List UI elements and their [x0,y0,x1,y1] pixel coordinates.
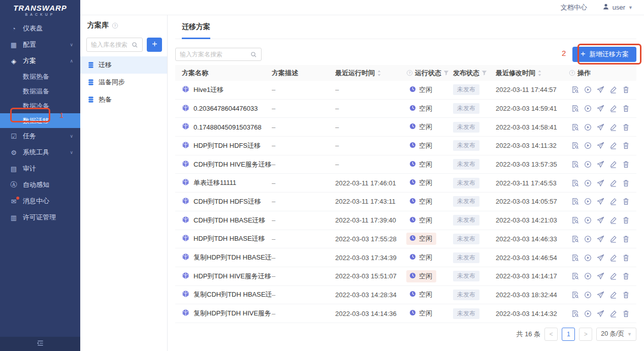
more-icon[interactable] [632,235,636,243]
more-icon[interactable] [632,310,636,317]
view-detail-icon[interactable] [569,254,582,262]
plan-name-link[interactable]: 复制HDP到TDH HIVE服务... [194,309,272,318]
delete-icon[interactable] [620,161,632,168]
sidebar-item-3[interactable]: 数据热备 [0,69,80,84]
more-icon[interactable] [632,105,636,112]
publish-icon[interactable] [594,216,607,224]
publish-icon[interactable] [594,291,607,299]
view-detail-icon[interactable] [569,198,582,205]
run-icon[interactable] [582,216,594,224]
page-size-select[interactable]: 20 条/页 ▼ [596,328,636,341]
plan-name-link[interactable]: CDH到TDH HBASE迁移 [194,216,266,225]
tab-migration-plan[interactable]: 迁移方案 [182,22,210,39]
delete-icon[interactable] [620,105,632,112]
view-detail-icon[interactable] [569,291,582,299]
plan-name-link[interactable]: Hive1迁移 [194,85,223,94]
edit-icon[interactable] [607,86,620,93]
search-icon[interactable] [132,42,138,48]
delete-icon[interactable] [620,179,632,187]
sidebar-item-9[interactable]: ▤审计 [0,161,80,177]
delete-icon[interactable] [620,198,632,205]
edit-icon[interactable] [607,272,620,280]
filter-icon[interactable] [443,70,449,76]
library-item-2[interactable]: 热备 [80,91,167,108]
edit-icon[interactable] [607,310,620,317]
sidebar-item-8[interactable]: ⚙系统工具∨ [0,144,80,161]
edit-icon[interactable] [607,123,620,131]
filter-icon[interactable] [481,70,487,76]
edit-icon[interactable] [607,105,620,112]
plan-name-link[interactable]: CDH到TDH HIVE服务迁移 [194,160,272,169]
run-icon[interactable] [582,105,594,112]
plan-name-link[interactable]: 0.2036478604476033 [194,105,258,112]
publish-icon[interactable] [594,235,607,243]
run-icon[interactable] [582,235,594,243]
run-icon[interactable] [582,142,594,149]
view-detail-icon[interactable] [569,105,582,112]
run-icon[interactable] [582,179,594,187]
plan-name-link[interactable]: 复制HDP到TDH HBASE迁移 [194,253,272,262]
publish-icon[interactable] [594,161,607,168]
publish-icon[interactable] [594,179,607,187]
plan-name-link[interactable]: HDP到TDH HBASE迁移 [194,234,265,243]
library-search-input[interactable] [91,41,132,48]
sidebar-item-5[interactable]: 数据冷备 [0,99,80,113]
library-item-1[interactable]: 温备同步 [80,74,167,91]
publish-icon[interactable] [594,198,607,205]
page-1-button[interactable]: 1 [562,328,575,341]
view-detail-icon[interactable] [569,216,582,224]
sidebar-item-1[interactable]: ▦配置∨ [0,37,80,53]
sidebar-item-6[interactable]: 数据迁移 [0,113,80,128]
more-icon[interactable] [632,216,636,224]
run-icon[interactable] [582,123,594,131]
publish-icon[interactable] [594,310,607,317]
sidebar-item-4[interactable]: 数据温备 [0,84,80,99]
user-menu[interactable]: user ▼ [602,3,633,12]
view-detail-icon[interactable] [569,179,582,187]
run-icon[interactable] [582,254,594,262]
view-detail-icon[interactable] [569,235,582,243]
delete-icon[interactable] [620,272,632,280]
edit-icon[interactable] [607,235,620,243]
delete-icon[interactable] [620,123,632,131]
more-icon[interactable] [632,142,636,149]
sidebar-item-7[interactable]: ☑任务∨ [0,128,80,144]
search-icon[interactable] [250,51,257,58]
plan-search-input[interactable] [180,51,250,58]
publish-icon[interactable] [594,142,607,149]
delete-icon[interactable] [620,254,632,262]
plan-name-link[interactable]: CDH到TDH HDFS迁移 [194,197,261,206]
more-icon[interactable] [632,161,636,168]
edit-icon[interactable] [607,216,620,224]
sidebar-item-10[interactable]: Ⓐ自动感知 [0,177,80,193]
sidebar-item-11[interactable]: ✉消息中心 [0,193,80,209]
run-icon[interactable] [582,310,594,317]
view-detail-icon[interactable] [569,86,582,93]
plan-name-link[interactable]: 复制CDH到TDH HBASE迁移 [194,290,272,299]
delete-icon[interactable] [620,291,632,299]
plan-name-link[interactable]: HDP到TDH HDFS迁移 [194,141,261,150]
edit-icon[interactable] [607,161,620,168]
view-detail-icon[interactable] [569,310,582,317]
edit-icon[interactable] [607,198,620,205]
plan-name-link[interactable]: 0.17488045091503768 [194,123,262,131]
doc-center-link[interactable]: 文档中心 [561,3,587,12]
more-icon[interactable] [632,123,636,131]
publish-icon[interactable] [594,123,607,131]
sidebar-item-2[interactable]: ◈方案∧ [0,53,80,69]
next-page-button[interactable]: > [579,328,592,341]
delete-icon[interactable] [620,235,632,243]
more-icon[interactable] [632,179,636,187]
delete-icon[interactable] [620,142,632,149]
more-icon[interactable] [632,254,636,262]
run-icon[interactable] [582,291,594,299]
publish-icon[interactable] [594,105,607,112]
sort-icon[interactable] [377,70,381,77]
prev-page-button[interactable]: < [544,328,558,341]
view-detail-icon[interactable] [569,123,582,131]
more-icon[interactable] [632,291,636,299]
more-icon[interactable] [632,272,636,280]
view-detail-icon[interactable] [569,142,582,149]
run-icon[interactable] [582,272,594,280]
add-migration-plan-button[interactable]: 新增迁移方案 [572,47,636,62]
